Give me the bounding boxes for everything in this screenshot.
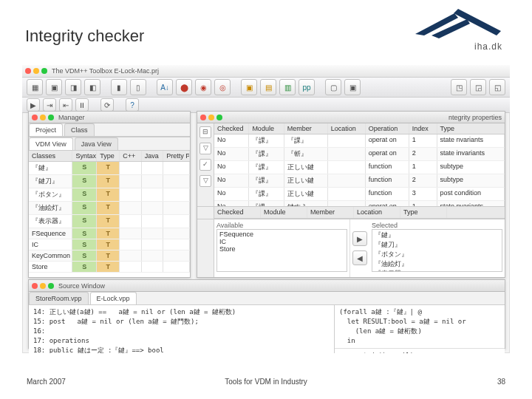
slide-title: Integrity checker (25, 27, 144, 46)
toolbar-button[interactable]: ▦ (27, 79, 43, 95)
list-item[interactable]: IC (219, 238, 344, 245)
table-row[interactable]: StoreST (29, 262, 190, 273)
col: Location (354, 207, 400, 218)
toolbar-button[interactable]: ◨ (65, 79, 81, 95)
toolbar-button[interactable]: ? (126, 98, 139, 112)
source-body: (forall a鍵 :『鍵』| @ let RESULT:bool = a鍵 … (335, 305, 505, 348)
col: C++ (120, 151, 142, 161)
integrity-table-body: No『課』『課』operat on1state nvariantsNo『課』『斬… (214, 134, 505, 206)
col: Module (261, 207, 307, 218)
tool-button[interactable]: ▽ (200, 175, 211, 187)
toolbar-button[interactable]: ▮ (111, 79, 127, 95)
table-row[interactable]: KeyCommonST (29, 250, 190, 262)
selected-box: Selected 『鍵』『鍵刀』『ボタン』『油絵灯』『表示器』 (369, 219, 505, 277)
tab-vdm-view[interactable]: VDM View (29, 137, 73, 150)
list-item[interactable]: Store (219, 245, 344, 253)
integrity-side-tools: ⊟ ▽ ✓ ▽ (197, 123, 214, 206)
main-window-title: The VDM++ Toolbox E-Lock-Mac.prj (52, 67, 159, 75)
manager-titlebar: Manager (29, 112, 190, 123)
toolbar-button[interactable]: ▣ (241, 79, 257, 95)
available-list[interactable]: FSequenceICStore (216, 229, 347, 272)
col: Module (249, 123, 284, 134)
toolbar-button[interactable]: ◉ (195, 79, 211, 95)
tab-file[interactable]: StoreRoom.vpp (29, 292, 89, 304)
toolbar-button[interactable]: ⬤ (176, 79, 192, 95)
list-item[interactable]: 『表示器』 (375, 269, 499, 272)
col: Member (284, 123, 328, 134)
manager-bottom-tabs: VDM View Java View (29, 137, 190, 151)
toolbar-button[interactable]: ⇥ (43, 98, 56, 112)
main-toolbar: ▦ ▣ ◨ ◧ ▮ ▯ A↓ ⬤ ◉ ◎ ▣ ▤ ▥ pp ▢ ▣ ◳ ◲ ◱ (22, 78, 510, 98)
integrity-title: ntegrity properties (449, 114, 502, 121)
tab-class[interactable]: Class (64, 123, 95, 136)
list-item[interactable]: FSequence (219, 231, 344, 238)
toolbar-button[interactable]: ◧ (84, 79, 100, 95)
col: Location (328, 123, 366, 134)
table-row[interactable]: 『鍵』ST (29, 162, 190, 175)
list-item[interactable]: 『鍵』 (375, 231, 499, 240)
integrity-filter-header: Checked Module Member Location Type (214, 207, 505, 219)
toolbar-button[interactable]: ◱ (489, 79, 505, 95)
table-row[interactable]: No『課』『課』operat on1state nvariants (214, 134, 505, 148)
toolbar-button[interactable]: ⇤ (59, 98, 72, 112)
tab-file[interactable]: E-Lock.vpp (90, 292, 137, 304)
col: Operation (366, 123, 409, 134)
integrity-titlebar: ntegrity properties (197, 112, 505, 123)
toolbar-button[interactable]: ◳ (451, 79, 467, 95)
selected-list[interactable]: 『鍵』『鍵刀』『ボタン』『油絵灯』『表示器』 (372, 229, 502, 272)
toolbar-button[interactable]: ▯ (130, 79, 146, 95)
table-row[interactable]: 『表示器』ST (29, 215, 190, 228)
tab-project[interactable]: Project (29, 123, 63, 136)
col: Member (307, 207, 354, 218)
tool-button[interactable]: ⊟ (200, 126, 211, 138)
table-row[interactable]: 『ボタン』ST (29, 188, 190, 202)
logo-icon (414, 6, 502, 43)
table-row[interactable]: No『課』正しい鍵function2subtype (214, 174, 505, 188)
manager-table-header: Classes Syntax Type C++ Java Pretty Pri (29, 151, 190, 162)
app-screenshot: The VDM++ Toolbox E-Lock-Mac.prj ▦ ▣ ◨ ◧… (22, 65, 510, 353)
col: Checked (214, 207, 261, 218)
tool-button[interactable]: ✓ (200, 159, 211, 171)
col: Syntax (72, 151, 97, 161)
logo-text: iha.dk (414, 41, 502, 52)
toolbar-button[interactable]: ▥ (279, 79, 296, 95)
toolbar-button[interactable]: A↓ (157, 79, 173, 95)
table-row[interactable]: No『課』『斬』operat on2state invariants (214, 148, 505, 161)
tab-java-view[interactable]: Java View (75, 137, 118, 150)
toolbar-button[interactable]: ▢ (325, 79, 341, 95)
col: Java (142, 151, 164, 161)
table-row[interactable]: No『課』正しい鍵function1subtype (214, 161, 505, 174)
table-row[interactable]: No『課』鍵すえoperat on1state nvariants (214, 201, 505, 206)
move-left-button[interactable]: ◀ (352, 250, 367, 265)
table-row[interactable]: No『課』正しい鍵function3post condition (214, 188, 505, 201)
toolbar-button[interactable]: ▣ (344, 79, 361, 95)
toolbar-button[interactable]: ◎ (214, 79, 231, 95)
tool-button[interactable]: ▽ (200, 143, 211, 154)
code-area[interactable]: 14: 正しい鍵(a鍵) == a鍵 = nil or (len a鍵 = 鍵桁… (29, 305, 334, 353)
page-number: 38 (497, 378, 505, 386)
move-right-button[interactable]: ▶ (352, 231, 367, 246)
col: Checked (214, 123, 249, 134)
source-panel: Source Window StoreRoom.vpp E-Lock.vpp 1… (28, 279, 505, 349)
toolbar-button[interactable]: ◲ (470, 79, 486, 95)
logo: iha.dk (414, 6, 502, 52)
integrity-panel: ntegrity properties ⊟ ▽ ✓ ▽ Checked Modu… (197, 111, 505, 278)
toolbar-button[interactable]: ▶ (27, 98, 40, 112)
toolbar-button[interactable]: ▣ (46, 79, 62, 95)
toolbar-button[interactable]: ⏸ (75, 98, 89, 112)
table-row[interactable]: 『鍵刀』ST (29, 175, 190, 188)
footer-title: Tools for VDM in Industry (0, 378, 532, 386)
available-box: Available FSequenceICStore (214, 219, 350, 277)
manager-title: Manager (58, 114, 85, 121)
list-item[interactable]: 『ボタン』 (375, 250, 499, 259)
toolbar-button[interactable]: pp (299, 79, 315, 95)
integrity-table-header: Checked Module Member Location Operation… (214, 123, 505, 134)
table-row[interactable]: ICST (29, 239, 190, 250)
toolbar-button[interactable]: ▤ (260, 79, 276, 95)
table-row[interactable]: FSequenceST (29, 228, 190, 239)
list-item[interactable]: 『鍵刀』 (375, 240, 499, 250)
list-item[interactable]: 『油絵灯』 (375, 259, 499, 269)
traffic-lights (25, 68, 47, 74)
toolbar-button[interactable]: ⟳ (100, 98, 114, 112)
table-row[interactable]: 『油絵灯』ST (29, 202, 190, 215)
